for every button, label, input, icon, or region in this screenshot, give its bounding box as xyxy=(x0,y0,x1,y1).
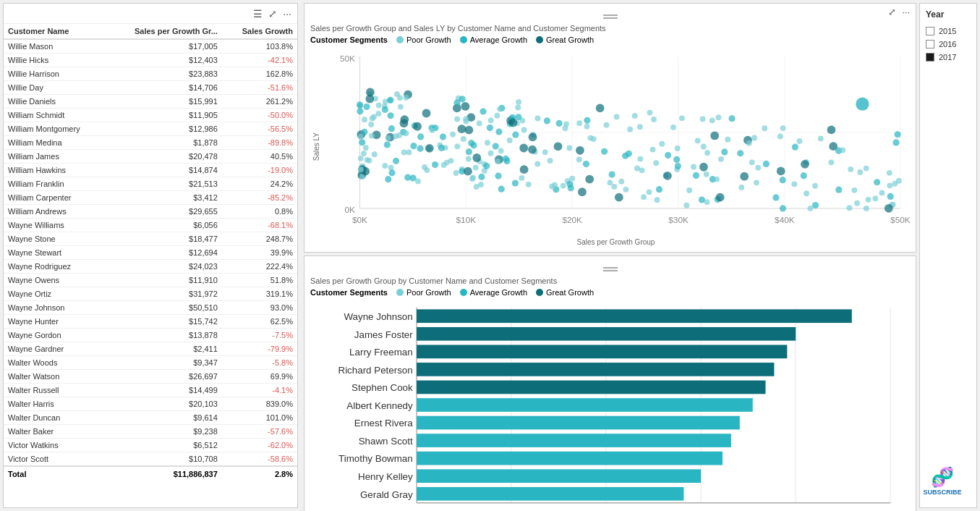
scatter-dot xyxy=(363,104,370,110)
sales-cell: $12,403 xyxy=(106,54,222,67)
scatter-dot xyxy=(520,165,529,174)
col-sales-growth[interactable]: Sales Growth xyxy=(222,24,297,39)
bar-average-dot xyxy=(460,289,467,296)
customer-name-cell: William Medina xyxy=(4,136,106,150)
table-row: Willie Daniels$15,991261.2% xyxy=(4,95,297,109)
table-row: William Schmidt$11,905-50.0% xyxy=(4,109,297,122)
sales-cell: $3,412 xyxy=(106,191,222,205)
scatter-dot xyxy=(691,164,696,170)
bar-legend-great: Great Growth xyxy=(536,288,594,297)
scatter-dot xyxy=(584,117,590,124)
scatter-dot xyxy=(749,159,755,165)
sales-cell: $24,023 xyxy=(106,260,222,274)
sales-cell: $2,411 xyxy=(106,342,222,356)
table-row: Wayne Owens$11,91051.8% xyxy=(4,274,297,287)
average-growth-label: Average Growth xyxy=(470,35,527,44)
bar-drag-handle[interactable] xyxy=(310,262,910,276)
customer-name-cell: Walter Russell xyxy=(4,384,106,397)
scatter-dot xyxy=(746,140,752,146)
growth-cell: -85.2% xyxy=(222,191,297,205)
svg-text:Larry Freeman: Larry Freeman xyxy=(349,347,413,358)
scatter-dot xyxy=(772,194,779,200)
scatter-dot xyxy=(695,138,701,143)
scatter-dot xyxy=(721,148,728,155)
scatter-more-icon[interactable]: ··· xyxy=(902,7,910,17)
year-2016-item[interactable]: 2016 xyxy=(926,40,971,48)
scatter-dot xyxy=(611,184,617,190)
growth-cell: 24.2% xyxy=(222,177,297,191)
scatter-dot xyxy=(561,183,566,189)
right-panel: ⤢ ··· Sales per Growth Group and Sales L… xyxy=(301,0,919,511)
scatter-dot xyxy=(848,166,853,172)
sales-cell: $14,706 xyxy=(106,81,222,95)
table-row: Willie Mason$17,005103.8% xyxy=(4,39,297,54)
scatter-dot xyxy=(710,132,719,140)
table-row: William Andrews$29,6550.8% xyxy=(4,205,297,219)
sales-cell: $18,477 xyxy=(106,232,222,246)
table-scroll-container[interactable]: Customer Name Sales per Growth Gr... Sal… xyxy=(4,24,297,507)
scatter-dot xyxy=(835,187,842,193)
scatter-dot xyxy=(780,125,786,131)
col-sales-growth-group[interactable]: Sales per Growth Gr... xyxy=(106,24,222,39)
scatter-dot xyxy=(655,197,660,203)
scatter-dot xyxy=(495,172,501,179)
year-2017-checkbox[interactable] xyxy=(926,53,934,62)
customer-name-cell: William Schmidt xyxy=(4,109,106,122)
scatter-dot xyxy=(454,117,460,122)
bar-chart-svg: Wayne JohnsonJames FosterLarry FreemanRi… xyxy=(310,300,910,511)
scatter-dot xyxy=(498,148,504,153)
scatter-dot xyxy=(554,142,563,151)
growth-cell: -89.8% xyxy=(222,136,297,150)
scatter-dot xyxy=(453,170,459,176)
bar-rect xyxy=(417,398,753,412)
growth-cell: -5.8% xyxy=(222,356,297,370)
scatter-dot xyxy=(777,166,785,175)
scatter-dot xyxy=(361,129,367,135)
year-2015-checkbox[interactable] xyxy=(926,27,934,35)
table-row: Wayne Hunter$15,74262.5% xyxy=(4,315,297,329)
great-growth-dot xyxy=(536,36,543,43)
scatter-dot xyxy=(728,115,735,122)
year-2017-item[interactable]: 2017 xyxy=(926,53,971,62)
scatter-dot xyxy=(512,132,519,138)
sales-cell: $17,005 xyxy=(106,39,222,54)
scatter-dot xyxy=(474,184,480,190)
expand-icon[interactable]: ⤢ xyxy=(268,8,277,20)
svg-text:James Foster: James Foster xyxy=(354,329,413,340)
scatter-expand-icon[interactable]: ⤢ xyxy=(888,7,896,17)
scatter-dot xyxy=(762,125,767,131)
scatter-dot xyxy=(549,184,555,190)
sales-cell: $15,991 xyxy=(106,95,222,109)
scatter-dot xyxy=(718,156,724,162)
scatter-dot xyxy=(470,142,477,148)
more-options-icon[interactable]: ··· xyxy=(283,8,291,20)
scatter-dot xyxy=(583,161,589,167)
scatter-dot xyxy=(637,156,643,162)
col-customer-name[interactable]: Customer Name xyxy=(4,24,106,39)
scatter-dot xyxy=(665,152,671,159)
table-row: William Montgomery$12,986-56.5% xyxy=(4,122,297,136)
scatter-dot xyxy=(473,164,479,170)
scatter-dot xyxy=(440,133,446,140)
customer-name-cell: Wayne Williams xyxy=(4,219,106,232)
customer-name-cell: William Andrews xyxy=(4,205,106,219)
scatter-dot xyxy=(387,112,393,119)
customer-name-cell: William James xyxy=(4,150,106,164)
svg-text:$40K: $40K xyxy=(775,215,795,225)
scatter-dot xyxy=(488,117,494,123)
year-2015-item[interactable]: 2015 xyxy=(926,27,971,35)
scatter-dot xyxy=(422,109,431,118)
move-icon[interactable]: ☰ xyxy=(253,8,263,20)
scatter-drag-handle[interactable] xyxy=(310,9,910,24)
growth-cell: 69.9% xyxy=(222,370,297,384)
table-row: Wayne Stewart$12,69439.9% xyxy=(4,246,297,260)
scatter-dot xyxy=(584,124,590,130)
customer-name-cell: William Hawkins xyxy=(4,164,106,177)
sales-cell: $9,347 xyxy=(106,356,222,370)
year-2016-checkbox[interactable] xyxy=(926,40,934,48)
sales-cell: $23,883 xyxy=(106,67,222,81)
subscribe-button[interactable]: 🧬 SUBSCRIBE xyxy=(920,466,965,496)
growth-cell: -79.9% xyxy=(222,342,297,356)
scatter-dot xyxy=(601,148,608,155)
scatter-dot xyxy=(534,161,540,166)
